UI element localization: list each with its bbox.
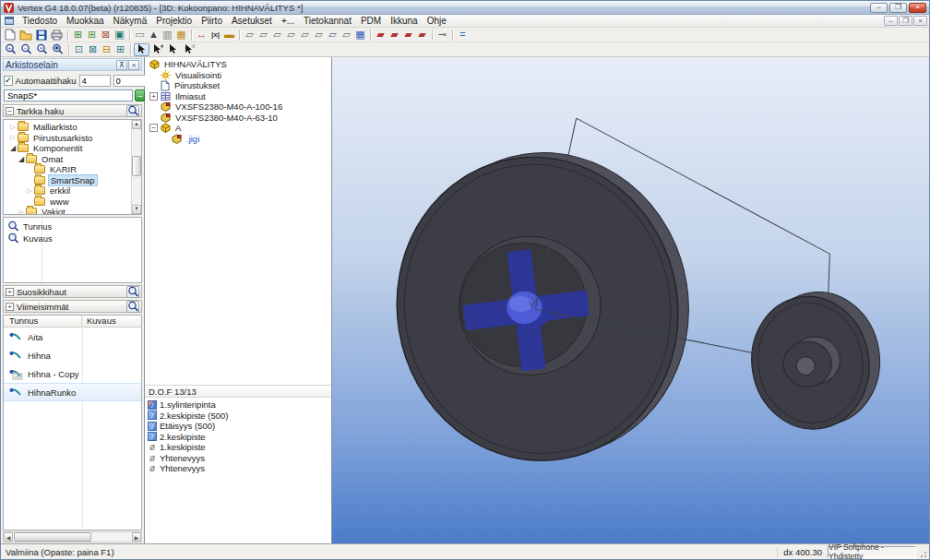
model-tree-item[interactable]: −A [148, 123, 331, 134]
surface-draw-button[interactable]: ▱ [312, 29, 326, 42]
collapsed-icon[interactable]: ▷ [8, 124, 18, 131]
titlebar[interactable]: Vertex G4 18.0.07(beta) (r120835) - [3D:… [1, 1, 929, 15]
cone-button[interactable]: ▲ [147, 29, 161, 42]
zoom-window-button[interactable]: ▪ [34, 43, 50, 56]
sketch-rectangle-button[interactable]: ▭ [133, 29, 147, 42]
model-tree-item[interactable]: HIHNAVÄLITYS [148, 59, 331, 70]
filter-field-tunnus[interactable]: Tunnus [4, 220, 141, 232]
equals-button[interactable]: = [456, 29, 470, 42]
render-button[interactable]: ▦ [174, 29, 188, 42]
softphone-status[interactable]: VIP Softphone - Yhdistetty [828, 546, 916, 558]
folder-tree-item[interactable]: ▷erkkil [4, 185, 131, 197]
search-go-button[interactable]: → [135, 89, 145, 101]
menu-item-nkym[interactable]: Näkymä [109, 15, 152, 27]
scrollbar-thumb[interactable] [14, 532, 91, 542]
folder-tree-item[interactable]: ▷Vakiot [4, 207, 131, 215]
view-box-1-button[interactable]: ⊡ [72, 43, 86, 56]
dof-constraint-item[interactable]: /2.keskipiste (500) [148, 411, 331, 422]
mdi-document-icon[interactable] [5, 17, 14, 25]
collapsed-icon[interactable]: ▷ [25, 187, 34, 195]
scrollbar-thumb[interactable] [132, 156, 141, 176]
dof-constraint-item[interactable]: /Etäisyys (500) [148, 421, 331, 432]
recent-bar[interactable]: + Viimeisimmät [3, 300, 142, 313]
folder-tree-item[interactable]: ◢Komponentit [4, 143, 131, 154]
dimension-button[interactable]: ↔ [195, 29, 209, 42]
ruler-button[interactable]: ▬ [222, 29, 236, 42]
dof-constraint-item[interactable]: øYhtenevyys [148, 463, 331, 474]
menu-item-projektio[interactable]: Projektio [151, 15, 197, 27]
dof-constraint-item[interactable]: /2.keskipiste [148, 432, 331, 443]
menu-item-[interactable]: +... [277, 15, 299, 27]
menu-item-pdm[interactable]: PDM [356, 15, 386, 27]
dof-header[interactable]: D.O.F 13/13 [145, 386, 331, 398]
model-tree-item[interactable]: .jigi [148, 134, 331, 145]
surface-offset-button[interactable]: ▱ [270, 29, 284, 42]
favorites-bar[interactable]: + Suosikkihaut [3, 285, 142, 298]
panel-close-icon[interactable]: × [128, 60, 139, 70]
menu-item-ikkuna[interactable]: Ikkuna [386, 15, 422, 27]
surface-lift-button[interactable]: ▱ [298, 29, 312, 42]
close-button[interactable]: × [909, 3, 926, 13]
autosearch-checkbox[interactable]: ✓ [4, 76, 13, 86]
model-tree-item[interactable]: Piirustukset [148, 80, 331, 91]
select-curve-button[interactable]: ↺ [181, 43, 197, 56]
scroll-down-icon[interactable]: ▼ [132, 205, 141, 214]
material-button[interactable]: ▥ [161, 29, 174, 42]
mdi-minimize-button[interactable]: – [884, 16, 898, 26]
model-tree-item[interactable]: +Ilmiasut [148, 91, 331, 102]
column-tunnus[interactable]: Tunnus [4, 316, 82, 327]
dof-constraint-item[interactable]: /1.sylinteripinta [148, 399, 331, 411]
expanded-icon[interactable]: ◢ [17, 155, 26, 163]
surface-point-button[interactable]: ▱ [326, 29, 340, 42]
dof-constraint-item[interactable]: ø1.keskipiste [148, 442, 331, 453]
insert-assembly-button[interactable]: ⊞ [85, 29, 99, 42]
archive-browser-header[interactable]: Arkistoselain ⊼ × [3, 58, 142, 71]
surface-normal-button[interactable]: ▱ [340, 29, 353, 42]
expand-icon[interactable]: + [6, 303, 14, 311]
table-row[interactable]: Hihna [4, 346, 141, 364]
measure-x-button[interactable]: |x| [209, 29, 222, 42]
insert-from-library-button[interactable]: ⊠ [99, 29, 113, 42]
restore-button[interactable]: ❐ [889, 3, 907, 13]
model-tree-item[interactable]: VXSFS2380-M40-A-63-10 [148, 113, 331, 124]
mdi-close-button[interactable]: × [913, 16, 927, 26]
viewport-3d[interactable] [332, 57, 929, 543]
save-button[interactable] [34, 29, 49, 42]
surface-rotate-button[interactable]: ▱ [256, 29, 270, 42]
zoom-out-button[interactable]: − [18, 43, 34, 56]
zoom-extents-button[interactable]: ✱ [50, 43, 66, 56]
menu-item-asetukset[interactable]: Asetukset [227, 15, 277, 27]
table-row[interactable]: HihnaRunko [4, 383, 141, 401]
menu-item-piirto[interactable]: Piirto [197, 15, 227, 27]
table-header[interactable]: Tunnus Kuvaus [4, 316, 141, 328]
surface-move-button[interactable]: ▱ [243, 29, 256, 42]
collapse-icon[interactable]: − [6, 107, 14, 115]
expand-icon[interactable]: + [149, 92, 158, 101]
exact-search-magnifier-button[interactable] [126, 105, 139, 117]
exact-search-bar[interactable]: − Tarkka haku [3, 104, 142, 117]
face-red-4-button[interactable]: ▰ [415, 29, 429, 42]
menu-item-ohje[interactable]: Ohje [423, 15, 451, 27]
menu-item-tietokannat[interactable]: Tietokannat [299, 15, 356, 27]
favorites-magnifier-button[interactable] [126, 286, 139, 298]
zoom-in-button[interactable]: + [3, 43, 18, 56]
select-point-button[interactable] [165, 43, 181, 56]
model-tree-item[interactable]: Visualisointi [148, 70, 331, 81]
collapse-icon[interactable]: − [149, 124, 158, 132]
face-red-3-button[interactable]: ▰ [401, 29, 415, 42]
surface-copy-button[interactable]: ▱ [284, 29, 298, 42]
recent-magnifier-button[interactable] [126, 301, 139, 313]
scroll-left-icon[interactable]: ◀ [4, 532, 13, 542]
surface-mesh-button[interactable]: ▦ [353, 29, 367, 42]
mdi-restore-button[interactable]: ❐ [899, 16, 912, 26]
minimize-button[interactable]: – [870, 3, 888, 13]
view-box-3-button[interactable]: ⊟ [100, 43, 113, 56]
folder-tree-item[interactable]: www [4, 197, 131, 208]
expanded-icon[interactable]: ◢ [8, 144, 18, 152]
left-panel-horizontal-scrollbar[interactable]: ◀ ▶ [3, 531, 142, 542]
menu-item-muokkaa[interactable]: Muokkaa [62, 15, 109, 27]
filter-field-kuvaus[interactable]: Kuvaus [4, 232, 141, 244]
print-button[interactable] [49, 29, 65, 42]
folder-tree-item[interactable]: SmartSnap [4, 175, 131, 186]
connector-button[interactable]: ⊸ [435, 29, 449, 42]
